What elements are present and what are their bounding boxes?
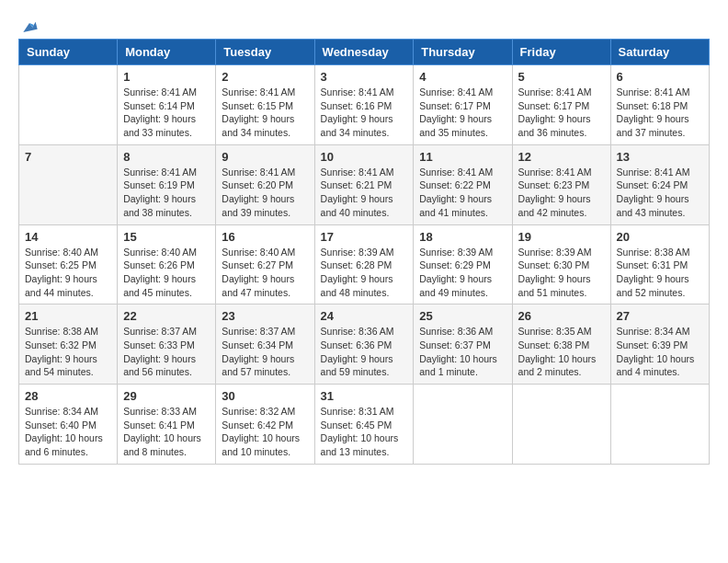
week-row-4: 21Sunrise: 8:38 AMSunset: 6:32 PMDayligh… — [19, 304, 710, 385]
day-info: Sunrise: 8:40 AMSunset: 6:27 PMDaylight:… — [222, 246, 308, 300]
calendar-cell: 24Sunrise: 8:36 AMSunset: 6:36 PMDayligh… — [314, 304, 414, 385]
calendar-cell: 3Sunrise: 8:41 AMSunset: 6:16 PMDaylight… — [314, 65, 414, 145]
day-info: Sunrise: 8:41 AMSunset: 6:17 PMDaylight:… — [518, 86, 605, 140]
day-info: Sunrise: 8:41 AMSunset: 6:21 PMDaylight:… — [321, 166, 408, 220]
day-number: 27 — [617, 309, 703, 323]
week-row-3: 14Sunrise: 8:40 AMSunset: 6:25 PMDayligh… — [19, 224, 710, 304]
calendar-cell: 7 — [19, 144, 118, 224]
day-info: Sunrise: 8:36 AMSunset: 6:37 PMDaylight:… — [419, 325, 506, 379]
calendar-cell: 19Sunrise: 8:39 AMSunset: 6:30 PMDayligh… — [512, 224, 610, 304]
day-info: Sunrise: 8:39 AMSunset: 6:28 PMDaylight:… — [321, 246, 408, 300]
day-info: Sunrise: 8:39 AMSunset: 6:30 PMDaylight:… — [518, 246, 605, 300]
calendar-cell: 30Sunrise: 8:32 AMSunset: 6:42 PMDayligh… — [216, 385, 314, 465]
day-info: Sunrise: 8:41 AMSunset: 6:14 PMDaylight:… — [123, 86, 210, 140]
day-info: Sunrise: 8:41 AMSunset: 6:22 PMDaylight:… — [419, 166, 506, 220]
day-number: 7 — [25, 150, 111, 164]
calendar-cell: 22Sunrise: 8:37 AMSunset: 6:33 PMDayligh… — [118, 304, 216, 385]
day-info: Sunrise: 8:31 AMSunset: 6:45 PMDaylight:… — [321, 405, 408, 459]
column-header-sunday: Sunday — [19, 40, 118, 65]
calendar-cell: 23Sunrise: 8:37 AMSunset: 6:34 PMDayligh… — [216, 304, 314, 385]
calendar-cell: 4Sunrise: 8:41 AMSunset: 6:17 PMDaylight… — [414, 65, 512, 145]
column-header-friday: Friday — [512, 40, 610, 65]
day-number: 6 — [617, 70, 703, 84]
calendar-cell: 2Sunrise: 8:41 AMSunset: 6:15 PMDaylight… — [216, 65, 314, 145]
day-number: 11 — [419, 150, 506, 164]
calendar-cell: 27Sunrise: 8:34 AMSunset: 6:39 PMDayligh… — [610, 304, 709, 385]
column-header-tuesday: Tuesday — [216, 40, 314, 65]
day-info: Sunrise: 8:40 AMSunset: 6:25 PMDaylight:… — [25, 246, 111, 300]
day-number: 19 — [518, 230, 605, 244]
day-info: Sunrise: 8:34 AMSunset: 6:39 PMDaylight:… — [617, 325, 703, 379]
day-info: Sunrise: 8:37 AMSunset: 6:34 PMDaylight:… — [222, 325, 308, 379]
logo-bird-icon — [20, 18, 39, 37]
calendar-cell: 13Sunrise: 8:41 AMSunset: 6:24 PMDayligh… — [610, 144, 709, 224]
day-number: 18 — [419, 230, 506, 244]
day-info: Sunrise: 8:41 AMSunset: 6:20 PMDaylight:… — [222, 166, 308, 220]
week-row-2: 78Sunrise: 8:41 AMSunset: 6:19 PMDayligh… — [19, 144, 710, 224]
calendar-table: SundayMondayTuesdayWednesdayThursdayFrid… — [18, 39, 710, 465]
calendar-cell: 6Sunrise: 8:41 AMSunset: 6:18 PMDaylight… — [610, 65, 709, 145]
calendar-cell: 17Sunrise: 8:39 AMSunset: 6:28 PMDayligh… — [314, 224, 414, 304]
day-info: Sunrise: 8:41 AMSunset: 6:19 PMDaylight:… — [123, 166, 210, 220]
day-number: 5 — [518, 70, 605, 84]
day-number: 31 — [321, 389, 408, 403]
calendar-header-row: SundayMondayTuesdayWednesdayThursdayFrid… — [19, 40, 710, 65]
day-info: Sunrise: 8:40 AMSunset: 6:26 PMDaylight:… — [123, 246, 210, 300]
day-number: 8 — [123, 150, 210, 164]
day-info: Sunrise: 8:41 AMSunset: 6:23 PMDaylight:… — [518, 166, 605, 220]
day-number: 23 — [222, 309, 308, 323]
calendar-cell: 12Sunrise: 8:41 AMSunset: 6:23 PMDayligh… — [512, 144, 610, 224]
day-number: 26 — [518, 309, 605, 323]
day-info: Sunrise: 8:35 AMSunset: 6:38 PMDaylight:… — [518, 325, 605, 379]
day-number: 13 — [617, 150, 703, 164]
day-number: 4 — [419, 70, 506, 84]
day-number: 2 — [222, 70, 308, 84]
day-info: Sunrise: 8:41 AMSunset: 6:16 PMDaylight:… — [321, 86, 408, 140]
calendar-cell: 29Sunrise: 8:33 AMSunset: 6:41 PMDayligh… — [118, 385, 216, 465]
calendar-cell: 21Sunrise: 8:38 AMSunset: 6:32 PMDayligh… — [19, 304, 118, 385]
calendar-cell: 16Sunrise: 8:40 AMSunset: 6:27 PMDayligh… — [216, 224, 314, 304]
calendar-cell: 31Sunrise: 8:31 AMSunset: 6:45 PMDayligh… — [314, 385, 414, 465]
day-info: Sunrise: 8:41 AMSunset: 6:24 PMDaylight:… — [617, 166, 703, 220]
calendar-cell: 28Sunrise: 8:34 AMSunset: 6:40 PMDayligh… — [19, 385, 118, 465]
day-number: 17 — [321, 230, 408, 244]
calendar-cell: 14Sunrise: 8:40 AMSunset: 6:25 PMDayligh… — [19, 224, 118, 304]
week-row-5: 28Sunrise: 8:34 AMSunset: 6:40 PMDayligh… — [19, 385, 710, 465]
calendar-cell: 25Sunrise: 8:36 AMSunset: 6:37 PMDayligh… — [414, 304, 512, 385]
day-info: Sunrise: 8:32 AMSunset: 6:42 PMDaylight:… — [222, 405, 308, 459]
day-number: 10 — [321, 150, 408, 164]
calendar-cell — [414, 385, 512, 465]
calendar-cell: 1Sunrise: 8:41 AMSunset: 6:14 PMDaylight… — [118, 65, 216, 145]
day-number: 21 — [25, 309, 111, 323]
day-number: 20 — [617, 230, 703, 244]
day-info: Sunrise: 8:34 AMSunset: 6:40 PMDaylight:… — [25, 405, 111, 459]
calendar-cell: 18Sunrise: 8:39 AMSunset: 6:29 PMDayligh… — [414, 224, 512, 304]
column-header-wednesday: Wednesday — [314, 40, 414, 65]
day-number: 9 — [222, 150, 308, 164]
column-header-monday: Monday — [118, 40, 216, 65]
day-number: 15 — [123, 230, 210, 244]
calendar-cell — [512, 385, 610, 465]
day-info: Sunrise: 8:38 AMSunset: 6:32 PMDaylight:… — [25, 325, 111, 379]
calendar-cell: 26Sunrise: 8:35 AMSunset: 6:38 PMDayligh… — [512, 304, 610, 385]
day-info: Sunrise: 8:38 AMSunset: 6:31 PMDaylight:… — [617, 246, 703, 300]
svg-marker-0 — [23, 22, 37, 32]
day-number: 16 — [222, 230, 308, 244]
day-number: 14 — [25, 230, 111, 244]
calendar-cell: 5Sunrise: 8:41 AMSunset: 6:17 PMDaylight… — [512, 65, 610, 145]
day-number: 25 — [419, 309, 506, 323]
day-number: 1 — [123, 70, 210, 84]
day-info: Sunrise: 8:37 AMSunset: 6:33 PMDaylight:… — [123, 325, 210, 379]
calendar-cell — [610, 385, 709, 465]
day-number: 28 — [25, 389, 111, 403]
day-info: Sunrise: 8:41 AMSunset: 6:18 PMDaylight:… — [617, 86, 703, 140]
day-number: 30 — [222, 389, 308, 403]
day-number: 12 — [518, 150, 605, 164]
calendar-cell: 20Sunrise: 8:38 AMSunset: 6:31 PMDayligh… — [610, 224, 709, 304]
calendar-cell: 10Sunrise: 8:41 AMSunset: 6:21 PMDayligh… — [314, 144, 414, 224]
calendar-cell: 9Sunrise: 8:41 AMSunset: 6:20 PMDaylight… — [216, 144, 314, 224]
column-header-saturday: Saturday — [610, 40, 709, 65]
day-info: Sunrise: 8:33 AMSunset: 6:41 PMDaylight:… — [123, 405, 210, 459]
logo — [18, 18, 39, 29]
column-header-thursday: Thursday — [414, 40, 512, 65]
